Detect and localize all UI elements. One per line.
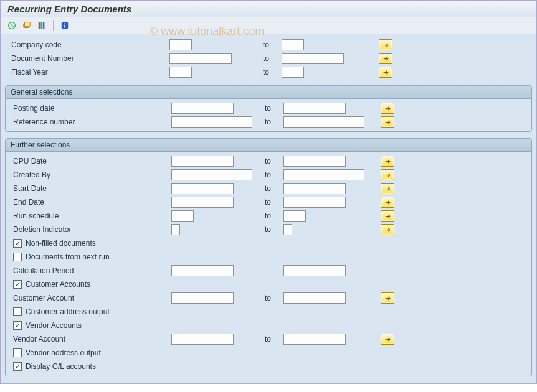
row-cpu-date: CPU Date to ➜: [7, 154, 530, 168]
deletion-indicator-multi-button[interactable]: ➜: [381, 224, 394, 235]
arrow-right-icon: ➜: [383, 69, 389, 76]
row-company-code: Company code to ➜: [5, 38, 532, 52]
start-date-multi-button[interactable]: ➜: [381, 183, 394, 194]
customer-account-from-input[interactable]: [171, 292, 234, 304]
to-label: to: [263, 68, 282, 77]
posting-date-to-input[interactable]: [283, 103, 346, 114]
run-schedule-multi-button[interactable]: ➜: [381, 210, 394, 222]
row-run-schedule: Run schedule to ➜: [7, 209, 530, 223]
fiscal-year-from-input[interactable]: [169, 67, 192, 78]
row-start-date: Start Date to ➜: [7, 182, 530, 195]
created-by-from-input[interactable]: [171, 169, 252, 180]
vendor-accounts-checkbox[interactable]: [13, 321, 22, 330]
calculation-period-from-input[interactable]: [171, 265, 234, 276]
docs-next-run-checkbox[interactable]: [13, 253, 22, 261]
row-fiscal-year: Fiscal Year to ➜: [5, 65, 532, 79]
get-variant-button[interactable]: [21, 20, 32, 31]
vendor-account-to-input[interactable]: [283, 334, 346, 345]
label-display-gl: Display G/L accounts: [26, 362, 96, 371]
to-label: to: [263, 40, 282, 49]
label-vendor-address-output: Vendor address output: [26, 348, 101, 357]
folder-stack-icon: [22, 21, 31, 30]
label-start-date: Start Date: [13, 184, 47, 193]
posting-date-multi-button[interactable]: ➜: [381, 103, 394, 114]
reference-number-to-input[interactable]: [283, 116, 364, 128]
row-created-by: Created By to ➜: [7, 168, 530, 182]
company-code-to-input[interactable]: [282, 39, 304, 50]
label-docs-next-run: Documents from next run: [26, 253, 110, 261]
end-date-multi-button[interactable]: ➜: [381, 197, 394, 208]
cpu-date-to-input[interactable]: [283, 156, 346, 167]
label-fiscal-year: Fiscal Year: [11, 68, 48, 77]
label-document-number: Document Number: [11, 54, 74, 63]
deletion-indicator-from-input[interactable]: [171, 224, 180, 235]
svg-rect-5: [43, 22, 45, 29]
label-customer-address-output: Customer address output: [26, 307, 110, 316]
label-posting-date: Posting date: [13, 104, 55, 113]
calculation-period-to-input[interactable]: [283, 265, 346, 276]
reference-number-from-input[interactable]: [171, 116, 252, 128]
reference-number-multi-button[interactable]: ➜: [381, 116, 394, 128]
row-posting-date: Posting date to ➜: [7, 101, 530, 115]
created-by-multi-button[interactable]: ➜: [381, 169, 394, 180]
vendor-address-output-checkbox[interactable]: [13, 348, 22, 357]
app-toolbar: [1, 17, 536, 34]
non-filled-checkbox[interactable]: [13, 239, 22, 248]
info-button[interactable]: [59, 20, 70, 31]
arrow-right-icon: ➜: [385, 172, 391, 179]
run-schedule-from-input[interactable]: [171, 210, 194, 222]
document-number-to-input[interactable]: [282, 53, 344, 64]
clock-icon: [7, 21, 16, 30]
label-end-date: End Date: [13, 198, 44, 207]
to-label: to: [265, 104, 283, 113]
label-company-code: Company code: [11, 40, 62, 49]
document-number-multi-button[interactable]: ➜: [379, 53, 392, 64]
arrow-right-icon: ➜: [385, 199, 391, 206]
cpu-date-from-input[interactable]: [171, 156, 234, 167]
end-date-from-input[interactable]: [171, 197, 234, 208]
customer-account-multi-button[interactable]: ➜: [381, 292, 394, 304]
deletion-indicator-to-input[interactable]: [283, 224, 292, 235]
row-docs-next-run: Documents from next run: [7, 250, 530, 264]
run-schedule-to-input[interactable]: [283, 210, 306, 222]
start-date-to-input[interactable]: [283, 183, 346, 194]
svg-rect-8: [64, 25, 65, 27]
document-number-from-input[interactable]: [169, 53, 232, 64]
group-general-selections: General selections Posting date to ➜ Ref…: [5, 85, 532, 132]
svg-rect-2: [25, 22, 31, 27]
customer-account-to-input[interactable]: [283, 292, 346, 304]
fiscal-year-multi-button[interactable]: ➜: [379, 67, 392, 78]
customer-address-output-checkbox[interactable]: [13, 307, 22, 316]
execute-button[interactable]: [6, 20, 17, 31]
to-label: to: [265, 157, 283, 166]
row-customer-accounts: Customer Accounts: [7, 278, 530, 291]
row-non-filled: Non-filled documents: [7, 236, 530, 250]
company-code-multi-button[interactable]: ➜: [379, 39, 392, 50]
arrow-right-icon: ➜: [385, 295, 391, 302]
row-vendor-accounts: Vendor Accounts: [7, 319, 530, 332]
selection-options-button[interactable]: [36, 20, 47, 31]
company-code-from-input[interactable]: [169, 39, 192, 50]
to-label: to: [265, 118, 283, 126]
posting-date-from-input[interactable]: [171, 103, 234, 114]
arrow-right-icon: ➜: [385, 213, 391, 220]
label-created-by: Created By: [13, 170, 50, 179]
cpu-date-multi-button[interactable]: ➜: [381, 156, 394, 167]
svg-rect-3: [39, 22, 40, 29]
row-end-date: End Date to ➜: [7, 195, 530, 209]
rainbow-bars-icon: [37, 21, 46, 30]
customer-accounts-checkbox[interactable]: [13, 280, 22, 289]
arrow-right-icon: ➜: [385, 119, 391, 126]
row-customer-account: Customer Account to ➜: [7, 291, 530, 305]
display-gl-checkbox[interactable]: [13, 362, 22, 371]
svg-rect-4: [40, 22, 42, 29]
vendor-account-from-input[interactable]: [171, 334, 234, 345]
vendor-account-multi-button[interactable]: ➜: [381, 334, 394, 345]
arrow-right-icon: ➜: [385, 226, 391, 233]
row-deletion-indicator: Deletion Indicator to ➜: [7, 223, 530, 236]
fiscal-year-to-input[interactable]: [282, 67, 304, 78]
end-date-to-input[interactable]: [283, 197, 346, 208]
label-non-filled: Non-filled documents: [26, 239, 96, 248]
created-by-to-input[interactable]: [283, 169, 364, 180]
start-date-from-input[interactable]: [171, 183, 234, 194]
